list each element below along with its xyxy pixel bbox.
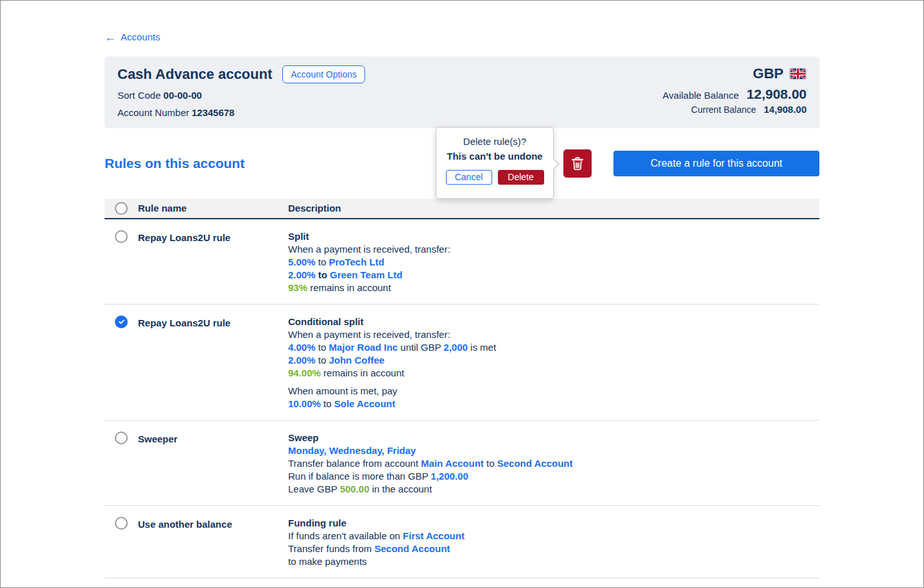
- rule-name: Sweeper: [138, 432, 288, 496]
- table-row: Repay Loans2U ruleConditional splitWhen …: [105, 305, 819, 421]
- select-all-checkbox[interactable]: [115, 202, 128, 215]
- desc-highlight-value: 4.00%: [288, 342, 316, 353]
- desc-text: is met: [468, 342, 496, 353]
- desc-highlight-value: 5.00%: [288, 256, 316, 267]
- sort-code: Sort Code00-00-00: [117, 90, 365, 101]
- check-icon: [117, 317, 126, 326]
- rule-name: Use another balance: [138, 517, 288, 568]
- desc-highlight-value: Second Account: [497, 458, 573, 469]
- desc-line: 10.00% to Sole Account: [288, 398, 819, 410]
- available-balance-value: 12,908.00: [747, 87, 807, 102]
- confirm-delete-button[interactable]: Delete: [498, 170, 544, 185]
- desc-line: Funding rule: [288, 517, 819, 530]
- desc-text-bold: Funding rule: [288, 517, 346, 528]
- desc-text: When a payment is received, transfer:: [288, 329, 450, 340]
- desc-text: When amount is met, pay: [288, 385, 397, 396]
- desc-highlight-value: 2.00%: [288, 355, 316, 365]
- delete-rules-button[interactable]: [563, 149, 592, 178]
- desc-line: When amount is met, pay: [288, 385, 819, 398]
- rule-name: Repay Loans2U rule: [138, 230, 288, 294]
- desc-line: Transfer funds from Second Account: [288, 542, 819, 555]
- back-link-label: Accounts: [121, 31, 160, 42]
- desc-amount-green: 94.00%: [288, 367, 321, 378]
- desc-text-bold: to: [316, 269, 330, 280]
- desc-highlight-value: 2,000: [443, 342, 468, 353]
- account-options-button[interactable]: Account Options: [282, 65, 365, 83]
- desc-line: Split: [288, 230, 819, 243]
- rule-name: Repay Loans2U rule: [138, 315, 288, 410]
- table-row: Use another balanceFunding ruleIf funds …: [105, 506, 819, 578]
- current-balance-label: Current Balance: [691, 105, 756, 115]
- rule-checkbox[interactable]: [115, 315, 128, 328]
- back-arrow-icon: ←: [105, 33, 116, 42]
- desc-text: If funds aren't available on: [288, 530, 403, 541]
- desc-line: Transfer balance from account Main Accou…: [288, 457, 819, 470]
- desc-line: 4.00% to Major Road Inc until GBP 2,000 …: [288, 341, 819, 354]
- desc-line: Sweep: [288, 432, 819, 444]
- desc-line: 5.00% to ProTech Ltd: [288, 256, 819, 269]
- desc-line: If funds aren't available on First Accou…: [288, 530, 819, 542]
- desc-highlight-value: 10.00%: [288, 398, 321, 409]
- desc-text-bold: Split: [288, 231, 309, 242]
- desc-text: Transfer funds from: [288, 543, 375, 554]
- desc-highlight-value: Second Account: [375, 543, 450, 554]
- desc-text: in the account: [370, 483, 432, 494]
- cancel-button[interactable]: Cancel: [446, 170, 492, 185]
- rules-table: Rule name Description Repay Loans2U rule…: [105, 199, 819, 578]
- desc-amount-green: 93%: [288, 282, 307, 293]
- desc-text: When a payment is received, transfer:: [288, 244, 450, 255]
- rules-toolbar: Rules on this account Create a rule for …: [105, 149, 819, 178]
- table-row: SweeperSweepMonday, Wednesday, FridayTra…: [105, 421, 819, 506]
- desc-paragraph-gap: [288, 380, 819, 385]
- desc-line: 93% remains in account: [288, 281, 819, 294]
- desc-highlight-value: First Account: [403, 530, 465, 541]
- back-to-accounts-link[interactable]: ← Accounts: [105, 31, 160, 42]
- account-title: Cash Advance account: [117, 66, 272, 83]
- column-header-rule-name: Rule name: [138, 203, 288, 214]
- desc-line: Monday, Wednesday, Friday: [288, 444, 819, 457]
- desc-text: to make payments: [288, 556, 367, 567]
- desc-text: to: [316, 256, 329, 267]
- rule-description: SplitWhen a payment is received, transfe…: [288, 230, 819, 294]
- desc-highlight-value: Main Account: [421, 458, 484, 469]
- trash-icon: [569, 155, 586, 172]
- rules-section-title: Rules on this account: [105, 156, 244, 171]
- desc-text: to: [316, 342, 329, 353]
- desc-text: until GBP: [398, 342, 443, 353]
- sort-code-label: Sort Code: [117, 90, 161, 101]
- desc-amount-green: 500.00: [340, 483, 370, 494]
- column-header-description: Description: [288, 203, 819, 214]
- desc-text: Run if balance is more than GBP: [288, 471, 431, 482]
- desc-text: remains in account: [321, 367, 404, 378]
- desc-highlight-value: Green Team Ltd: [330, 269, 402, 280]
- rule-description: Funding ruleIf funds aren't available on…: [288, 517, 819, 568]
- desc-line: 2.00% to John Coffee: [288, 354, 819, 367]
- desc-highlight-value: John Coffee: [329, 355, 384, 365]
- desc-line: Leave GBP 500.00 in the account: [288, 483, 819, 496]
- rule-checkbox[interactable]: [115, 432, 128, 444]
- desc-highlight-value: 2.00%: [288, 269, 316, 280]
- create-rule-button[interactable]: Create a rule for this account: [613, 151, 819, 176]
- rule-description: SweepMonday, Wednesday, FridayTransfer b…: [288, 432, 819, 496]
- desc-text: to: [316, 355, 329, 365]
- desc-highlight-value: ProTech Ltd: [329, 256, 384, 267]
- desc-line: When a payment is received, transfer:: [288, 243, 819, 256]
- rule-description: Conditional splitWhen a payment is recei…: [288, 315, 819, 410]
- desc-text-bold: Sweep: [288, 432, 319, 443]
- rule-checkbox[interactable]: [115, 517, 128, 530]
- desc-text: Transfer balance from account: [288, 458, 421, 469]
- desc-line: Conditional split: [288, 315, 819, 328]
- page: ← Accounts Cash Advance account Account …: [1, 1, 923, 578]
- account-number: Account Number12345678: [117, 107, 365, 118]
- rule-checkbox[interactable]: [115, 230, 128, 243]
- desc-text: Leave GBP: [288, 483, 340, 494]
- desc-text: remains in account: [307, 282, 391, 293]
- current-balance-value: 14,908.00: [764, 104, 807, 115]
- delete-confirmation-popup: Delete rule(s)? This can't be undone Can…: [436, 127, 554, 199]
- account-summary-card: Cash Advance account Account Options Sor…: [105, 56, 819, 128]
- desc-highlight-value: Sole Account: [334, 398, 395, 409]
- available-balance-label: Available Balance: [663, 90, 739, 101]
- desc-line: to make payments: [288, 555, 819, 568]
- desc-line: 2.00% to Green Team Ltd: [288, 269, 819, 281]
- currency-code: GBP: [753, 65, 783, 82]
